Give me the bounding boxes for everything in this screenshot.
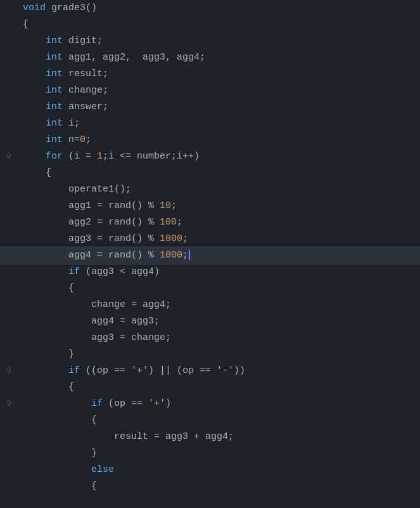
gutter-11 bbox=[0, 181, 18, 198]
gutter-1 bbox=[0, 16, 18, 33]
code-text-13: agg2 = rand() % 100; bbox=[18, 214, 420, 231]
code-line-29: { bbox=[0, 478, 420, 495]
code-line-19: agg4 = agg3; bbox=[0, 313, 420, 330]
gutter-5 bbox=[0, 82, 18, 99]
gutter-13 bbox=[0, 214, 18, 231]
code-text-8: int n=0; bbox=[18, 132, 420, 148]
code-text-28: else bbox=[18, 462, 420, 478]
code-text-17: { bbox=[18, 280, 420, 297]
code-text-5: int change; bbox=[18, 82, 420, 99]
gutter-6 bbox=[0, 99, 18, 115]
code-text-12: agg1 = rand() % 10; bbox=[18, 198, 420, 214]
code-line-15-active[interactable]: agg4 = rand() % 1000; bbox=[0, 247, 420, 264]
code-line-12: agg1 = rand() % 10; bbox=[0, 198, 420, 214]
code-text-3: int agg1, agg2, agg3, agg4; bbox=[18, 49, 420, 66]
gutter-15 bbox=[0, 247, 18, 264]
code-line-3: int agg1, agg2, agg3, agg4; bbox=[0, 49, 420, 66]
code-text-2: int digit; bbox=[18, 33, 420, 49]
code-text-27: } bbox=[18, 445, 420, 462]
gutter-10 bbox=[0, 165, 18, 181]
code-text-20: agg3 = change; bbox=[18, 330, 420, 346]
code-line-6: int answer; bbox=[0, 99, 420, 115]
code-text-29: { bbox=[18, 478, 420, 495]
gutter-9: 9 bbox=[0, 148, 18, 165]
gutter-header bbox=[0, 0, 18, 16]
gutter-2 bbox=[0, 33, 18, 49]
code-line-16: if (agg3 < agg4) bbox=[0, 264, 420, 280]
gutter-19 bbox=[0, 313, 18, 330]
code-line-27: } bbox=[0, 445, 420, 462]
code-text-10: { bbox=[18, 165, 420, 181]
code-text-18: change = agg4; bbox=[18, 297, 420, 313]
code-line-4: int result; bbox=[0, 66, 420, 82]
gutter-12 bbox=[0, 198, 18, 214]
gutter-7 bbox=[0, 115, 18, 132]
code-line-1: { bbox=[0, 16, 420, 33]
code-line-21: } bbox=[0, 346, 420, 363]
code-line-24: 9 if (op == '+') bbox=[0, 396, 420, 412]
code-line-18: change = agg4; bbox=[0, 297, 420, 313]
gutter-14 bbox=[0, 231, 18, 247]
gutter-25 bbox=[0, 412, 18, 429]
gutter-22: 9 bbox=[0, 363, 18, 379]
code-line-8: int n=0; bbox=[0, 132, 420, 148]
code-text-23: { bbox=[18, 379, 420, 396]
gutter-26 bbox=[0, 429, 18, 445]
code-text-7: int i; bbox=[18, 115, 420, 132]
gutter-3 bbox=[0, 49, 18, 66]
gutter-28 bbox=[0, 462, 18, 478]
code-text-15: agg4 = rand() % 1000; bbox=[18, 247, 420, 264]
code-line-20: agg3 = change; bbox=[0, 330, 420, 346]
code-text-22: if ((op == '+') || (op == '-')) bbox=[18, 363, 420, 379]
gutter-18 bbox=[0, 297, 18, 313]
gutter-4 bbox=[0, 66, 18, 82]
code-line-9: 9 for (i = 1;i <= number;i++) bbox=[0, 148, 420, 165]
code-line-23: { bbox=[0, 379, 420, 396]
gutter-23 bbox=[0, 379, 18, 396]
code-text-9: for (i = 1;i <= number;i++) bbox=[18, 148, 420, 165]
code-line-7: int i; bbox=[0, 115, 420, 132]
code-line-11: operate1(); bbox=[0, 181, 420, 198]
code-line-13: agg2 = rand() % 100; bbox=[0, 214, 420, 231]
code-text-header: void grade3() bbox=[18, 0, 420, 16]
code-text-11: operate1(); bbox=[18, 181, 420, 198]
gutter-17 bbox=[0, 280, 18, 297]
code-line-5: int change; bbox=[0, 82, 420, 99]
gutter-16 bbox=[0, 264, 18, 280]
gutter-21 bbox=[0, 346, 18, 363]
code-text-14: agg3 = rand() % 1000; bbox=[18, 231, 420, 247]
gutter-24: 9 bbox=[0, 396, 18, 412]
code-line-26: result = agg3 + agg4; bbox=[0, 429, 420, 445]
code-editor: void grade3() { int digit; int agg1, agg… bbox=[0, 0, 420, 495]
code-text-21: } bbox=[18, 346, 420, 363]
code-text-6: int answer; bbox=[18, 99, 420, 115]
code-line-25: { bbox=[0, 412, 420, 429]
code-text-16: if (agg3 < agg4) bbox=[18, 264, 420, 280]
code-line-2: int digit; bbox=[0, 33, 420, 49]
code-text-19: agg4 = agg3; bbox=[18, 313, 420, 330]
code-text-24: if (op == '+') bbox=[18, 396, 420, 412]
code-text-4: int result; bbox=[18, 66, 420, 82]
code-line-22: 9 if ((op == '+') || (op == '-')) bbox=[0, 363, 420, 379]
code-text-1: { bbox=[18, 16, 420, 33]
gutter-29 bbox=[0, 478, 18, 495]
code-text-25: { bbox=[18, 412, 420, 429]
code-line-14: agg3 = rand() % 1000; bbox=[0, 231, 420, 247]
code-text-26: result = agg3 + agg4; bbox=[18, 429, 420, 445]
gutter-27 bbox=[0, 445, 18, 462]
gutter-20 bbox=[0, 330, 18, 346]
code-line-28: else bbox=[0, 462, 420, 478]
code-line-10: { bbox=[0, 165, 420, 181]
code-line-header: void grade3() bbox=[0, 0, 420, 16]
code-line-17: { bbox=[0, 280, 420, 297]
gutter-8 bbox=[0, 132, 18, 148]
